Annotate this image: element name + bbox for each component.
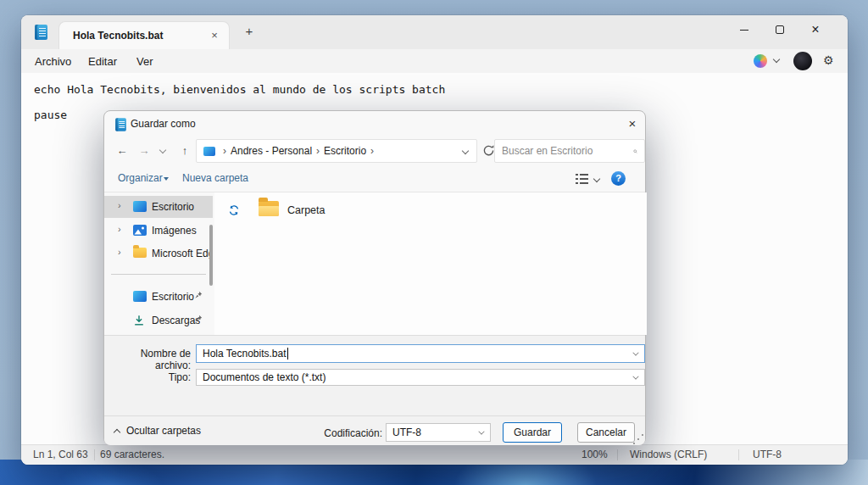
sidebar-item-escritorio[interactable]: › Escritorio (104, 196, 213, 218)
dialog-title: Guardar como (131, 118, 196, 130)
back-button[interactable]: ← (113, 142, 131, 160)
sidebar-item-label: Imágenes (152, 225, 197, 237)
account-avatar[interactable] (793, 52, 812, 70)
forward-button[interactable]: → (135, 142, 153, 160)
filetype-dropdown-icon[interactable] (632, 373, 638, 379)
search-icon (633, 146, 637, 157)
expander-icon[interactable]: › (118, 247, 121, 257)
sidebar-scrollbar[interactable] (209, 225, 213, 286)
organize-button[interactable]: Organizar (118, 172, 163, 184)
menu-ver[interactable]: Ver (133, 53, 157, 70)
desktop-icon (133, 291, 147, 302)
view-options-icon[interactable] (576, 174, 588, 184)
dialog-title-bar: Guardar como × (104, 111, 645, 137)
help-button[interactable]: ? (611, 171, 626, 186)
filetype-select[interactable]: Documentos de texto (*.txt) (196, 369, 645, 386)
recent-locations-chevron-icon[interactable] (159, 147, 166, 153)
status-bar: Ln 1, Col 63 69 caracteres. 100% Windows… (21, 444, 848, 465)
sidebar-item-microsoft-edge[interactable]: › Microsoft Edge (104, 242, 213, 265)
status-divider (738, 449, 739, 460)
resize-grip[interactable] (637, 438, 639, 440)
breadcrumb-separator: › (316, 145, 320, 157)
up-button[interactable]: ↑ (175, 142, 194, 160)
search-input[interactable] (502, 145, 633, 157)
file-row-carpeta[interactable]: Carpeta (214, 199, 647, 223)
status-divider (617, 449, 618, 460)
maximize-button[interactable] (762, 15, 798, 44)
navigation-pane: › Escritorio › Imágenes › Microsoft Edge (104, 192, 214, 335)
status-line-endings[interactable]: Windows (CRLF) (630, 449, 707, 460)
minimize-button[interactable] (726, 15, 762, 44)
encoding-dropdown-icon[interactable] (478, 428, 484, 434)
location-icon (203, 147, 215, 156)
breadcrumb-item-escritorio[interactable]: Escritorio (324, 145, 366, 157)
menu-editar[interactable]: Editar (85, 53, 120, 70)
hide-folders-label: Ocultar carpetas (126, 425, 201, 437)
sidebar-item-label: Microsoft Edge (152, 248, 211, 259)
filename-dropdown-icon[interactable] (632, 349, 638, 355)
tab-hola-tecnobits[interactable]: Hola Tecnobits.bat × (58, 21, 230, 49)
text-caret (287, 348, 288, 360)
save-button[interactable]: Guardar (503, 422, 562, 443)
copilot-chevron-down-icon[interactable] (773, 56, 780, 63)
copilot-icon[interactable] (754, 54, 767, 68)
filetype-value: Documentos de texto (*.txt) (203, 371, 326, 383)
encoding-label: Codificación: (299, 427, 382, 439)
tab-close-icon[interactable]: × (207, 28, 222, 43)
dialog-lower-panel: Nombre de archivo: Hola Tecnobits.bat Ti… (104, 335, 645, 445)
status-cursor-position: Ln 1, Col 63 (33, 449, 88, 460)
save-as-dialog: Guardar como × ← → ↑ › Andres - Personal… (103, 110, 646, 445)
sidebar-item-label: Escritorio (152, 291, 194, 303)
search-box[interactable] (494, 139, 645, 163)
desktop: Hola Tecnobits.bat × + × Archivo Editar … (0, 0, 868, 485)
dialog-close-button[interactable]: × (623, 115, 642, 132)
minimize-icon (740, 30, 748, 31)
chevron-up-icon (114, 429, 120, 436)
notepad-app-icon (35, 25, 47, 40)
breadcrumb-item-andres-personal[interactable]: Andres - Personal (231, 145, 312, 157)
filename-label: Nombre de archivo: (104, 348, 191, 371)
expander-icon[interactable]: › (118, 200, 121, 210)
breadcrumb-separator: › (223, 145, 226, 157)
status-encoding[interactable]: UTF-8 (753, 449, 782, 460)
sidebar-item-label: Descargas (152, 315, 200, 326)
download-icon (133, 315, 145, 326)
address-chevron-down-icon[interactable] (462, 148, 469, 154)
filename-input[interactable]: Hola Tecnobits.bat (196, 344, 645, 363)
file-list[interactable]: Carpeta (214, 192, 647, 335)
navigation-row: ← → ↑ › Andres - Personal › Escritorio › (104, 137, 645, 165)
breadcrumb-separator: › (370, 145, 374, 157)
dialog-body: › Escritorio › Imágenes › Microsoft Edge (104, 192, 645, 335)
hide-folders-button[interactable]: Ocultar carpetas (114, 425, 201, 437)
sidebar-divider (111, 274, 206, 275)
refresh-icon[interactable] (482, 144, 495, 157)
folder-icon (133, 248, 147, 258)
onedrive-sync-icon (228, 204, 240, 216)
expander-icon[interactable]: › (118, 224, 121, 234)
desktop-icon (133, 201, 147, 212)
address-bar[interactable]: › Andres - Personal › Escritorio › (196, 139, 477, 163)
view-options-chevron-icon[interactable] (593, 176, 600, 182)
command-toolbar: Organizar Nueva carpeta ? (104, 165, 645, 192)
sidebar-item-imagenes[interactable]: › Imágenes (104, 220, 213, 242)
window-close-button[interactable]: × (798, 15, 833, 44)
editor-line: pause (34, 109, 67, 121)
tab-bar: Hola Tecnobits.bat × + × (21, 15, 848, 49)
footer-divider (104, 415, 645, 416)
sidebar-item-escritorio-pinned[interactable]: Escritorio (104, 286, 213, 308)
notepad-app-icon (115, 118, 126, 131)
encoding-value: UTF-8 (392, 426, 479, 438)
new-tab-button[interactable]: + (240, 22, 259, 41)
filetype-label: Tipo: (104, 371, 191, 383)
encoding-select[interactable]: UTF-8 (386, 423, 491, 442)
sidebar-item-descargas[interactable]: Descargas (104, 309, 213, 332)
menu-bar: Archivo Editar Ver ⚙ (21, 49, 848, 73)
status-zoom-level[interactable]: 100% (581, 449, 608, 460)
new-folder-button[interactable]: Nueva carpeta (182, 172, 248, 184)
menu-archivo[interactable]: Archivo (31, 53, 75, 70)
cancel-button[interactable]: Cancelar (577, 422, 635, 443)
folder-icon (259, 201, 279, 216)
maximize-icon (776, 25, 784, 34)
settings-gear-icon[interactable]: ⚙ (823, 53, 834, 67)
editor-line: echo Hola Tecnobits, bienvenidos al mund… (34, 83, 445, 96)
